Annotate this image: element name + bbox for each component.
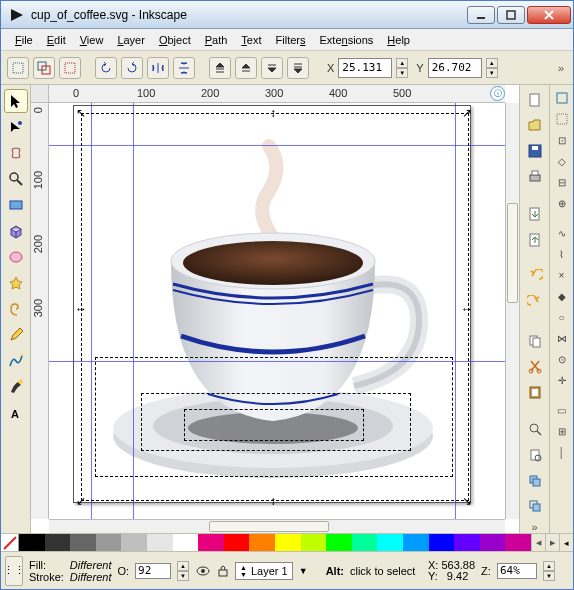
toolbar-overflow-icon[interactable]: » <box>555 62 567 74</box>
opacity-input[interactable] <box>135 563 171 579</box>
canvas[interactable]: ↖ ↕ ↗ ↔ ↔ ↙ ↕ ↘ <box>49 103 505 519</box>
palette-menu-icon[interactable]: ◂ <box>559 534 573 551</box>
tool-bezier[interactable] <box>4 349 28 373</box>
tool-text[interactable]: A <box>4 401 28 425</box>
info-icon[interactable]: ⓘ <box>490 86 505 101</box>
tool-tweak[interactable] <box>4 141 28 165</box>
tool-selector[interactable] <box>4 89 28 113</box>
swatch[interactable] <box>70 534 96 551</box>
tool-star[interactable] <box>4 271 28 295</box>
selection-handle-n[interactable]: ↕ <box>267 107 279 119</box>
menu-layer[interactable]: Layer <box>111 32 151 48</box>
menu-filters[interactable]: Filters <box>270 32 312 48</box>
swatch[interactable] <box>249 534 275 551</box>
snap-path-button[interactable]: ⌇ <box>553 245 571 263</box>
rotate-ccw-button[interactable] <box>95 57 117 79</box>
palette-scroll-right[interactable]: ▶ <box>545 534 559 551</box>
tool-pencil[interactable] <box>4 323 28 347</box>
palette-scroll-left[interactable]: ◀ <box>531 534 545 551</box>
menu-file[interactable]: File <box>9 32 39 48</box>
undo-button[interactable] <box>524 267 546 289</box>
layer-selector[interactable]: ▲▼ Layer 1 <box>235 562 293 580</box>
swatch[interactable] <box>96 534 122 551</box>
x-spin[interactable]: ▲▼ <box>396 58 408 78</box>
snap-rotation-button[interactable]: ✛ <box>553 371 571 389</box>
menu-extensions[interactable]: Extensions <box>314 32 380 48</box>
selection-handle-w[interactable]: ↔ <box>75 303 87 315</box>
snap-page-button[interactable]: ▭ <box>553 401 571 419</box>
layer-visibility-icon[interactable] <box>195 564 211 578</box>
import-button[interactable] <box>524 203 546 225</box>
snap-bbox-center-button[interactable]: ⊕ <box>553 194 571 212</box>
snap-grid-button[interactable]: ⊞ <box>553 422 571 440</box>
swatch[interactable] <box>454 534 480 551</box>
tool-zoom[interactable] <box>4 167 28 191</box>
swatch-none[interactable] <box>1 534 19 551</box>
swatch[interactable] <box>301 534 327 551</box>
statusbar-grip[interactable]: ⋮⋮ <box>5 556 23 586</box>
flip-v-button[interactable] <box>173 57 195 79</box>
print-button[interactable] <box>524 166 546 188</box>
horizontal-ruler[interactable]: 0 100 200 300 400 500 ⓘ <box>49 85 505 103</box>
menu-text[interactable]: Text <box>235 32 267 48</box>
selection-handle-se[interactable]: ↘ <box>461 495 473 507</box>
swatch[interactable] <box>224 534 250 551</box>
swatch[interactable] <box>403 534 429 551</box>
copy-button[interactable] <box>524 330 546 352</box>
snap-guide-button[interactable]: │ <box>553 443 571 461</box>
zoom-fit-button[interactable] <box>524 418 546 440</box>
swatch[interactable] <box>147 534 173 551</box>
tool-spiral[interactable] <box>4 297 28 321</box>
raise-button[interactable] <box>235 57 257 79</box>
snap-bbox-corner-button[interactable]: ◇ <box>553 152 571 170</box>
tool-calligraphy[interactable] <box>4 375 28 399</box>
paste-button[interactable] <box>524 381 546 403</box>
tool-3dbox[interactable] <box>4 219 28 243</box>
tool-rect[interactable] <box>4 193 28 217</box>
new-doc-button[interactable] <box>524 89 546 111</box>
y-spin[interactable]: ▲▼ <box>486 58 498 78</box>
swatch[interactable] <box>19 534 45 551</box>
swatch[interactable] <box>198 534 224 551</box>
swatch[interactable] <box>275 534 301 551</box>
clone-button[interactable] <box>524 495 546 517</box>
duplicate-button[interactable] <box>524 470 546 492</box>
raise-top-button[interactable] <box>209 57 231 79</box>
deselect-button[interactable] <box>59 57 81 79</box>
maximize-button[interactable] <box>497 6 525 24</box>
tool-ellipse[interactable] <box>4 245 28 269</box>
menu-view[interactable]: View <box>74 32 110 48</box>
snap-bbox-edge-button[interactable]: ⊡ <box>553 131 571 149</box>
selection-handle-sw[interactable]: ↙ <box>75 495 87 507</box>
select-all-button[interactable] <box>7 57 29 79</box>
lower-button[interactable] <box>261 57 283 79</box>
swatch[interactable] <box>377 534 403 551</box>
swatch[interactable] <box>505 534 531 551</box>
zoom-input[interactable] <box>497 563 537 579</box>
vertical-ruler[interactable]: 0 100 200 300 <box>31 103 49 519</box>
snap-bbox-midpoint-button[interactable]: ⊟ <box>553 173 571 191</box>
cut-button[interactable] <box>524 355 546 377</box>
x-input[interactable] <box>338 58 392 78</box>
y-input[interactable] <box>428 58 482 78</box>
swatch[interactable] <box>326 534 352 551</box>
zoom-page-button[interactable] <box>524 444 546 466</box>
snap-smooth-button[interactable]: ○ <box>553 308 571 326</box>
fill-stroke-indicator[interactable]: Fill: Stroke: <box>29 559 64 583</box>
redo-button[interactable] <box>524 292 546 314</box>
select-all-layers-button[interactable] <box>33 57 55 79</box>
save-button[interactable] <box>524 140 546 162</box>
commands-overflow-icon[interactable]: » <box>529 521 541 533</box>
swatch[interactable] <box>480 534 506 551</box>
layer-lock-icon[interactable] <box>217 564 229 578</box>
menu-path[interactable]: Path <box>199 32 234 48</box>
swatch[interactable] <box>45 534 71 551</box>
vertical-scrollbar[interactable] <box>505 103 519 519</box>
swatch[interactable] <box>429 534 455 551</box>
snap-bbox-button[interactable] <box>553 110 571 128</box>
opacity-spin[interactable]: ▲▼ <box>177 561 189 581</box>
lower-bottom-button[interactable] <box>287 57 309 79</box>
snap-enable-button[interactable] <box>553 89 571 107</box>
export-button[interactable] <box>524 229 546 251</box>
snap-intersect-button[interactable]: × <box>553 266 571 284</box>
